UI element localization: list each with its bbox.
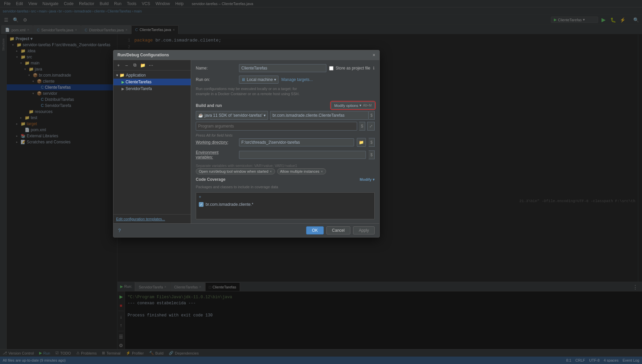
expand-arrow-icon: ▾ <box>116 73 118 78</box>
footer-left: ? <box>118 228 121 233</box>
tag-allow-multiple: Allow multiple instances × <box>277 168 326 174</box>
alt-hint: Press Alt for field hints <box>196 133 375 138</box>
cc-modify-link[interactable]: Modify ▾ <box>360 177 375 182</box>
config-tree-clientetarefas[interactable]: ▶ ClienteTarefas <box>113 79 191 85</box>
name-row: Name: Store as project file ℹ <box>196 64 375 72</box>
env-hint: Separate variables with semicolon: VAR=v… <box>196 163 375 168</box>
run-config-icon: ▶ <box>122 87 124 91</box>
local-machine-label: Local machine <box>247 77 273 82</box>
config-tree-app-label: Application <box>126 73 146 78</box>
modify-options-shortcut: Alt+M <box>363 104 372 107</box>
name-input[interactable] <box>239 64 326 72</box>
build-run-label: Build and run <box>196 103 222 108</box>
dialog-title-bar: Run/Debug Configurations × <box>113 50 379 60</box>
config-tree-servidortarefa[interactable]: ▶ ServidorTarefa <box>113 85 191 92</box>
modal-overlay: Run/Debug Configurations × + – ⧉ 📁 ⋯ ▾ 📁 <box>0 0 642 364</box>
apply-button[interactable]: Apply <box>353 226 375 234</box>
footer-right: OK Cancel Apply <box>306 226 375 234</box>
working-dir-input[interactable] <box>239 138 354 146</box>
modify-options-button[interactable]: Modify options ▾ Alt+M <box>331 102 375 109</box>
program-args-dollar-button[interactable]: $ <box>359 122 365 131</box>
run-debug-configurations-dialog: Run/Debug Configurations × + – ⧉ 📁 ⋯ ▾ 📁 <box>113 50 380 237</box>
sdk-value: java 11 SDK of 'servidor-tarefas' <box>205 113 262 118</box>
tag-label: Open run/debug tool window when started <box>199 169 268 173</box>
store-as-project-file-label: Store as project file <box>336 66 370 71</box>
store-as-project-file-info-icon: ℹ <box>373 66 375 71</box>
dialog-title: Run/Debug Configurations <box>117 53 169 57</box>
dialog-left-panel: + – ⧉ 📁 ⋯ ▾ 📁 Application ▶ ClienteTaref… <box>113 60 191 223</box>
sdk-row: ☕ java 11 SDK of 'servidor-tarefas' ▾ $ <box>196 111 375 120</box>
left-panel-toolbar: + – ⧉ 📁 ⋯ <box>113 60 191 71</box>
run-on-hint: Run configurations may be executed local… <box>196 86 375 99</box>
dialog-right-panel: Name: Store as project file ℹ Run on: 🖥 … <box>191 60 379 223</box>
main-class-input[interactable] <box>270 111 369 120</box>
edit-config-templates: Edit configuration templates... <box>113 214 191 223</box>
sdk-icon: ☕ <box>198 113 203 118</box>
dialog-close-icon[interactable]: × <box>373 52 375 58</box>
main-class-dollar-button[interactable]: $ <box>369 111 375 120</box>
run-on-row: Run on: 🖥 Local machine ▾ Manage targets… <box>196 76 375 84</box>
copy-config-button[interactable]: ⧉ <box>131 61 138 69</box>
help-icon: ? <box>118 228 121 233</box>
cc-table: + ✓ br.com.ismadrade.cliente.* <box>196 192 375 219</box>
run-on-label: Run on: <box>196 77 236 82</box>
program-args-row: $ ⤢ <box>196 122 375 131</box>
modify-options-chevron-icon: ▾ <box>359 103 362 108</box>
program-args-expand-button[interactable]: ⤢ <box>367 122 375 131</box>
move-config-button[interactable]: 📁 <box>139 61 146 69</box>
cc-item-label-0: br.com.ismadrade.cliente.* <box>206 202 253 207</box>
cc-hint: Packages and classes to include in cover… <box>196 184 375 192</box>
working-dir-folder-button[interactable]: 📁 <box>357 138 366 147</box>
config-tree-ct-label: ClienteTarefas <box>126 80 152 84</box>
checkmark-icon: ✓ <box>200 203 203 206</box>
working-dir-label: Working directory: <box>196 140 236 145</box>
program-args-input[interactable] <box>196 122 357 131</box>
cc-header: Code Coverage Modify ▾ <box>196 177 375 182</box>
env-vars-label: Environment variables: <box>196 150 236 160</box>
add-config-button[interactable]: + <box>115 61 122 69</box>
tag-label: Allow multiple instances <box>280 169 320 173</box>
cc-label: Code Coverage <box>196 177 225 182</box>
dialog-footer: ? OK Cancel Apply <box>113 223 379 237</box>
working-dir-dollar-button[interactable]: $ <box>369 138 375 147</box>
local-machine-dropdown-icon: ▾ <box>274 77 276 82</box>
dialog-body: + – ⧉ 📁 ⋯ ▾ 📁 Application ▶ ClienteTaref… <box>113 60 379 223</box>
app-folder-icon: 📁 <box>119 73 125 78</box>
sdk-chevron-icon: ▾ <box>264 113 266 118</box>
config-tree-application[interactable]: ▾ 📁 Application <box>113 72 191 79</box>
main-class-row: $ <box>270 111 375 120</box>
sdk-selector[interactable]: ☕ java 11 SDK of 'servidor-tarefas' ▾ <box>196 111 268 120</box>
working-dir-row: Working directory: 📁 $ <box>196 138 375 147</box>
store-as-project-file-checkbox[interactable]: Store as project file <box>329 66 370 71</box>
tag-close-icon[interactable]: × <box>270 169 272 173</box>
ok-button[interactable]: OK <box>306 226 323 234</box>
cc-add-button[interactable]: + <box>197 194 373 200</box>
run-config-icon: ▶ <box>122 80 124 84</box>
config-tree: ▾ 📁 Application ▶ ClienteTarefas ▶ Servi… <box>113 71 191 214</box>
env-vars-row: Environment variables: $ <box>196 150 375 160</box>
code-coverage-section: Code Coverage Modify ▾ Packages and clas… <box>196 177 375 219</box>
local-machine-icon: 🖥 <box>241 77 245 82</box>
cancel-button[interactable]: Cancel <box>326 226 350 234</box>
env-vars-input[interactable] <box>239 151 366 159</box>
cc-item-0: ✓ br.com.ismadrade.cliente.* <box>197 201 373 207</box>
tag-close-icon[interactable]: × <box>321 169 323 173</box>
local-machine-selector[interactable]: 🖥 Local machine ▾ <box>239 76 278 84</box>
store-as-project-file-check[interactable] <box>329 66 333 71</box>
manage-targets-link[interactable]: Manage targets... <box>281 77 313 82</box>
tags-row: Open run/debug tool window when started … <box>196 168 375 174</box>
tag-open-tool-window: Open run/debug tool window when started … <box>196 168 275 174</box>
modify-options-label: Modify options <box>334 104 358 108</box>
cc-checkbox-0[interactable]: ✓ <box>199 202 204 207</box>
remove-config-button[interactable]: – <box>123 61 130 69</box>
plus-icon: + <box>199 195 201 199</box>
config-more-button[interactable]: ⋯ <box>147 61 155 69</box>
env-vars-dollar-button[interactable]: $ <box>369 150 375 159</box>
config-tree-st-label: ServidorTarefa <box>126 86 152 91</box>
build-run-section-header: Build and run Modify options ▾ Alt+M <box>196 102 375 109</box>
edit-config-templates-link[interactable]: Edit configuration templates... <box>116 217 165 221</box>
name-label: Name: <box>196 66 236 71</box>
